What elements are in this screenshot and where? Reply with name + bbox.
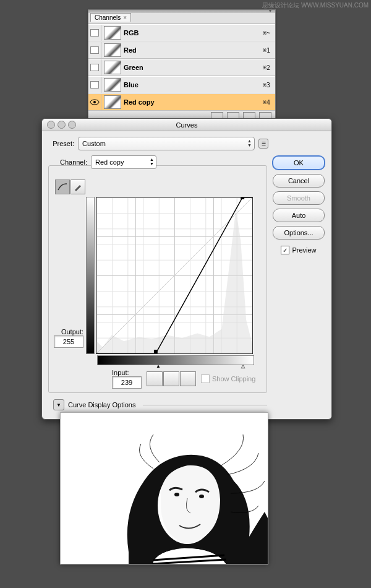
panel-tabbar: Channels× [88,13,275,24]
channel-value: Red copy [95,158,124,166]
channel-name: Green [124,64,247,71]
divider [143,405,267,405]
black-slider-icon[interactable]: ▲ [156,363,161,369]
traffic-light-zoom[interactable] [68,121,76,129]
visibility-toggle[interactable] [88,77,101,93]
curve-display-options-label: Curve Display Options [68,401,135,409]
svg-point-8 [199,495,204,498]
close-icon[interactable]: × [123,14,127,21]
dialog-titlebar[interactable]: Curves [42,119,331,131]
result-preview [60,412,268,564]
white-eyedropper[interactable] [180,371,196,386]
channel-thumb [104,43,121,57]
input-label: Input: [112,369,142,376]
eye-icon [90,98,100,106]
input-gradient[interactable]: ▲ △ [97,355,254,365]
preset-menu-button[interactable]: ☰ [258,139,268,149]
channel-label: Channel: [54,158,87,166]
channel-shortcut: ⌘2 [247,64,275,71]
preset-label: Preset: [48,140,74,147]
curves-dialog: Curves Preset: Custom▲▼ ☰ Channel: Red c… [41,118,332,420]
svg-point-1 [93,101,96,103]
show-clipping-checkbox[interactable]: Show Clipping [201,374,255,383]
curve-area: Output: [48,165,267,393]
svg-rect-3 [154,350,158,353]
ok-button[interactable]: OK [272,155,325,170]
output-gradient [86,197,95,354]
options-button[interactable]: Options... [273,226,325,240]
channel-shortcut: ⌘~ [247,30,275,37]
auto-button[interactable]: Auto [273,209,325,222]
watermark-text: 思缘设计论坛 WWW.MISSYUAN.COM [262,1,369,10]
channel-row-rgb[interactable]: RGB ⌘~ [88,24,275,41]
svg-line-2 [96,197,252,353]
channel-name: Red copy [124,98,247,106]
svg-point-7 [174,493,179,496]
updown-icon: ▲▼ [247,139,252,147]
cancel-button[interactable]: Cancel [273,174,325,188]
channel-thumb [104,26,121,40]
preview-checkbox[interactable]: ✓Preview [281,246,316,254]
curves-graph[interactable] [96,197,253,354]
updown-icon: ▲▼ [150,157,154,166]
channel-thumb [104,95,121,109]
channel-thumb [104,61,121,74]
tab-label: Channels [95,14,121,21]
channel-rows: RGB ⌘~ Red ⌘1 Green ⌘2 Blue ⌘3 Red copy … [88,24,275,111]
gray-eyedropper[interactable] [163,371,179,386]
output-group: Output: [48,328,83,348]
channel-thumb [104,78,121,92]
output-label: Output: [48,328,83,335]
curve-lines [96,197,252,353]
channel-shortcut: ⌘3 [247,82,275,89]
visibility-toggle[interactable] [88,59,101,76]
channel-shortcut: ⌘4 [247,99,275,106]
visibility-toggle[interactable] [88,42,101,58]
channel-name: Red [124,46,247,54]
preview-label: Preview [292,246,316,254]
channels-panel: ▾ Channels× RGB ⌘~ Red ⌘1 Green ⌘2 Blue … [88,9,276,124]
preset-value: Custom [82,140,106,147]
channels-tab[interactable]: Channels× [90,13,131,22]
channel-row-green[interactable]: Green ⌘2 [88,59,275,76]
preset-combo[interactable]: Custom▲▼ [78,137,255,150]
channel-name: Blue [124,81,247,89]
black-eyedropper[interactable] [147,371,163,386]
traffic-light-min[interactable] [58,121,66,129]
show-clipping-label: Show Clipping [212,375,255,383]
svg-rect-4 [241,197,244,199]
smooth-button[interactable]: Smooth [273,191,325,205]
disclosure-button[interactable]: ▼ [53,399,64,410]
channel-row-redcopy[interactable]: Red copy ⌘4 [88,93,275,111]
channel-shortcut: ⌘1 [247,47,275,54]
channel-row-blue[interactable]: Blue ⌘3 [88,76,275,93]
visibility-toggle[interactable] [88,25,101,41]
channel-combo[interactable]: Red copy▲▼ [91,155,156,169]
dialog-title: Curves [176,121,198,129]
curve-point-tool[interactable] [55,179,70,194]
channel-name: RGB [124,29,247,37]
channel-row-red[interactable]: Red ⌘1 [88,41,275,59]
visibility-toggle[interactable] [88,94,101,110]
white-slider-icon[interactable]: △ [241,363,245,369]
checkmark-icon: ✓ [281,246,289,254]
input-input[interactable] [112,376,142,389]
curve-pencil-tool[interactable] [70,179,85,194]
traffic-light-close[interactable] [47,121,55,129]
output-input[interactable] [54,335,83,348]
